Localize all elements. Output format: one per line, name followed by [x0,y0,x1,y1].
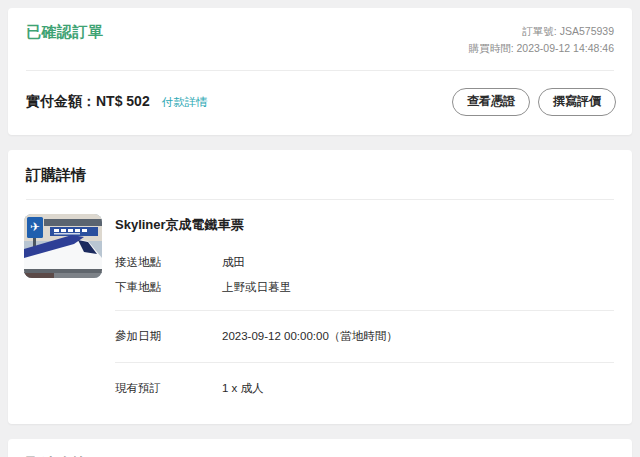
detail-label: 下車地點 [115,280,222,295]
product-name: Skyliner京成電鐵車票 [115,216,614,234]
detail-row-dropoff: 下車地點 上野或日暮里 [115,275,614,300]
divider [115,310,614,311]
detail-row-booking: 現有預訂 1 x 成人 [115,373,614,404]
detail-value: 成田 [222,255,614,270]
order-status-card: 已確認訂單 訂單號: JSA575939 購買時間: 2023-09-12 14… [8,8,632,135]
product-thumbnail: ✈ [24,214,102,278]
product-body: Skyliner京成電鐵車票 接送地點 成田 下車地點 上野或日暮里 參加日期 … [115,214,614,404]
write-review-button[interactable]: 撰寫評價 [538,88,616,116]
payment-row: 實付金額：NT$ 502 付款詳情 查看憑證 撰寫評價 [8,71,632,135]
detail-value: 2023-09-12 00:00:00（當地時間） [222,329,614,344]
order-actions: 查看憑證 撰寫評價 [452,88,616,116]
order-details-title: 訂購詳情 [8,150,632,199]
detail-label: 接送地點 [115,255,222,270]
cancellation-policy-title: 取消政策 [8,439,632,457]
detail-label: 現有預訂 [115,381,222,396]
order-status-header: 已確認訂單 訂單號: JSA575939 購買時間: 2023-09-12 14… [8,8,632,70]
order-details-card: 訂購詳情 ✈ [8,150,632,424]
paid-amount: 實付金額：NT$ 502 [26,93,150,111]
detail-label: 參加日期 [115,329,222,344]
order-meta: 訂單號: JSA575939 購買時間: 2023-09-12 14:48:46 [469,23,614,58]
divider [115,362,614,363]
cancellation-policy-card: 取消政策 不可退款 i 不可更改 i [8,439,632,457]
train-illustration: ✈ [24,214,102,278]
airplane-icon: ✈ [30,220,40,234]
detail-value: 上野或日暮里 [222,280,614,295]
detail-row-pickup: 接送地點 成田 [115,250,614,275]
view-voucher-button[interactable]: 查看憑證 [452,88,530,116]
detail-row-date: 參加日期 2023-09-12 00:00:00（當地時間） [115,321,614,352]
payment-summary: 實付金額：NT$ 502 付款詳情 [26,93,208,111]
order-number: 訂單號: JSA575939 [469,23,614,40]
payment-details-link[interactable]: 付款詳情 [162,95,208,110]
product-section: ✈ Skyliner京成電鐵車票 接送地點 成田 下車地點 上野或日暮里 [8,200,632,424]
detail-value: 1 x 成人 [222,381,614,396]
purchase-time: 購買時間: 2023-09-12 14:48:46 [469,40,614,57]
order-status-title: 已確認訂單 [26,23,104,42]
